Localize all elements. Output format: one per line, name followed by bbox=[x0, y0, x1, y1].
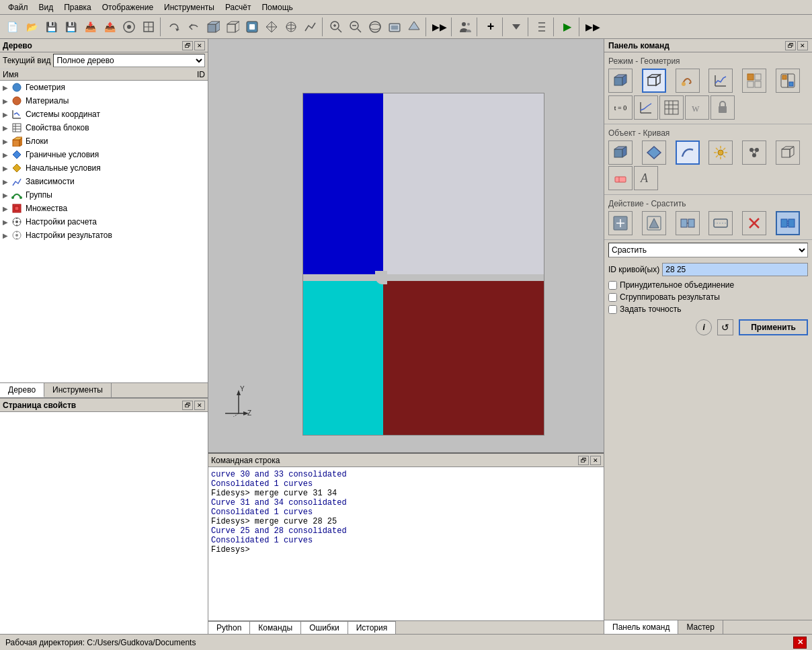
right-tab-master[interactable]: Мастер bbox=[678, 620, 723, 634]
tree-item-materials[interactable]: ▶ Материалы bbox=[0, 94, 208, 108]
toolbar-undo[interactable] bbox=[184, 17, 203, 36]
toolbar-btn2[interactable] bbox=[139, 17, 158, 36]
action-btn5[interactable] bbox=[742, 211, 766, 235]
tab-tools[interactable]: Инструменты bbox=[44, 383, 112, 397]
obj-eraser-btn[interactable] bbox=[608, 166, 633, 190]
merge-select[interactable]: Срастить bbox=[608, 243, 808, 257]
toolbar-globe[interactable] bbox=[366, 17, 384, 36]
cmd-tab-history[interactable]: История bbox=[348, 621, 397, 634]
cmd-tab-errors[interactable]: Ошибки bbox=[301, 621, 348, 634]
obj-curve-btn[interactable] bbox=[676, 140, 700, 165]
toolbar-open[interactable]: 📂 bbox=[22, 17, 41, 36]
obj-solid-btn[interactable] bbox=[608, 140, 633, 165]
tree-item-groups[interactable]: ▶ Группы bbox=[0, 188, 208, 202]
toolbar-run[interactable]: ▶ bbox=[558, 17, 577, 36]
menu-help[interactable]: Помощь bbox=[256, 1, 298, 13]
toolbar-zoom-in[interactable] bbox=[327, 17, 346, 36]
toolbar-btn5[interactable] bbox=[243, 17, 261, 36]
menu-edit[interactable]: Правка bbox=[58, 1, 97, 13]
tree-item-blocks[interactable]: ▶ Блоки bbox=[0, 134, 208, 148]
checkbox-force[interactable] bbox=[608, 281, 617, 290]
cmd-close-btn[interactable]: ✕ bbox=[590, 456, 601, 465]
tree-item-sets[interactable]: ▶ Множества bbox=[0, 202, 208, 215]
toolbar-rotate[interactable] bbox=[165, 17, 184, 36]
refresh-button[interactable]: ↺ bbox=[717, 319, 733, 335]
toolbar-new[interactable]: 📄 bbox=[3, 17, 22, 36]
toolbar-anchor[interactable] bbox=[532, 17, 551, 36]
mode-chart-btn[interactable] bbox=[708, 69, 733, 93]
action-btn6[interactable] bbox=[776, 211, 800, 235]
toolbar-import[interactable]: 📥 bbox=[81, 17, 99, 36]
viewport[interactable]: Y Z X bbox=[208, 39, 604, 452]
checkbox-group[interactable] bbox=[608, 293, 617, 302]
toolbar-export[interactable]: 📤 bbox=[100, 17, 119, 36]
menu-view[interactable]: Вид bbox=[34, 1, 59, 13]
action-btn1[interactable] bbox=[608, 211, 633, 235]
info-button[interactable]: i bbox=[696, 319, 712, 335]
toolbar-view3d[interactable] bbox=[385, 17, 404, 36]
tree-item-boundary[interactable]: ▶ Граничные условия bbox=[0, 148, 208, 161]
obj-surface-btn[interactable] bbox=[642, 140, 666, 165]
right-tab-commands[interactable]: Панель команд bbox=[604, 620, 678, 634]
mode-split-btn[interactable] bbox=[776, 69, 800, 93]
toolbar-people[interactable] bbox=[456, 17, 475, 36]
cmd-tab-commands[interactable]: Команды bbox=[250, 621, 301, 634]
id-input[interactable] bbox=[662, 263, 808, 276]
tree-item-geometry[interactable]: ▶ Геометрия bbox=[0, 81, 208, 94]
tree-item-coords[interactable]: ▶ Системы координат bbox=[0, 108, 208, 121]
menu-tools[interactable]: Инструменты bbox=[159, 1, 220, 13]
toolbar-more2[interactable]: ▶▶ bbox=[583, 17, 602, 36]
toolbar-save[interactable]: 💾 bbox=[42, 17, 60, 36]
tree-close-btn[interactable]: ✕ bbox=[194, 41, 205, 50]
menu-display[interactable]: Отображение bbox=[97, 1, 159, 13]
mode-paint-btn[interactable] bbox=[676, 69, 700, 93]
action-btn3[interactable] bbox=[676, 211, 700, 235]
toolbar-btn8[interactable] bbox=[301, 17, 320, 36]
obj-text-btn[interactable]: A bbox=[634, 166, 658, 190]
tree-item-block-props[interactable]: ▶ Свойства блоков bbox=[0, 121, 208, 134]
tree-item-deps[interactable]: ▶ Зависимости bbox=[0, 175, 208, 188]
toolbar-mesh[interactable] bbox=[262, 17, 281, 36]
obj-sun-btn[interactable] bbox=[708, 140, 733, 165]
tree-restore-btn[interactable]: 🗗 bbox=[182, 41, 193, 50]
mode-solid-btn[interactable] bbox=[608, 69, 633, 93]
toolbar-btn7[interactable] bbox=[282, 17, 300, 36]
right-restore-btn[interactable]: 🗗 bbox=[785, 41, 796, 50]
toolbar-save-as[interactable]: 💾 bbox=[61, 17, 80, 36]
checkbox-precision[interactable] bbox=[608, 305, 617, 314]
tree-item-result-settings[interactable]: ▶ Настройки результатов bbox=[0, 229, 208, 242]
toolbar-arrow-down[interactable] bbox=[507, 17, 526, 36]
obj-cube2-btn[interactable] bbox=[776, 140, 800, 165]
tree-item-initial[interactable]: ▶ Начальные условия bbox=[0, 161, 208, 175]
tab-tree[interactable]: Дерево bbox=[0, 383, 44, 397]
menu-file[interactable]: Файл bbox=[3, 1, 34, 13]
action-btn2[interactable] bbox=[642, 211, 666, 235]
mode-wireframe-btn[interactable] bbox=[642, 69, 666, 93]
tree-item-calc-settings[interactable]: ▶ Настройки расчета bbox=[0, 215, 208, 229]
mode-grid-btn[interactable] bbox=[742, 69, 766, 93]
toolbar-cube[interactable] bbox=[204, 17, 222, 36]
mode-time-btn[interactable]: t = 0 bbox=[608, 95, 633, 120]
right-close-btn[interactable]: ✕ bbox=[797, 41, 808, 50]
apply-button[interactable]: Применить bbox=[739, 319, 808, 335]
toolbar-cube2[interactable] bbox=[223, 17, 242, 36]
toolbar-plus[interactable]: + bbox=[481, 17, 500, 36]
tree-view-select[interactable]: Полное дерево bbox=[53, 54, 205, 67]
cmd-tab-python[interactable]: Python bbox=[208, 621, 250, 634]
toolbar-zoom-out[interactable] bbox=[346, 17, 365, 36]
cmd-content[interactable]: curve 30 and 33 consolidatedConsolidated… bbox=[208, 467, 604, 620]
status-error-btn[interactable]: ✕ bbox=[793, 637, 807, 649]
cmd-restore-btn[interactable]: 🗗 bbox=[578, 456, 589, 465]
toolbar-plane[interactable] bbox=[405, 17, 423, 36]
toolbar-btn1[interactable] bbox=[120, 17, 138, 36]
mode-function-btn[interactable]: w bbox=[685, 95, 709, 120]
mode-table-btn[interactable] bbox=[659, 95, 684, 120]
toolbar-more1[interactable]: ▶▶ bbox=[430, 17, 449, 36]
props-close-btn[interactable]: ✕ bbox=[194, 401, 205, 410]
props-restore-btn[interactable]: 🗗 bbox=[182, 401, 193, 410]
menu-calc[interactable]: Расчёт bbox=[220, 1, 257, 13]
obj-group-btn[interactable] bbox=[742, 140, 766, 165]
mode-lock-btn[interactable] bbox=[710, 95, 735, 120]
action-btn4[interactable] bbox=[708, 211, 733, 235]
mode-eq-btn[interactable] bbox=[634, 95, 658, 120]
